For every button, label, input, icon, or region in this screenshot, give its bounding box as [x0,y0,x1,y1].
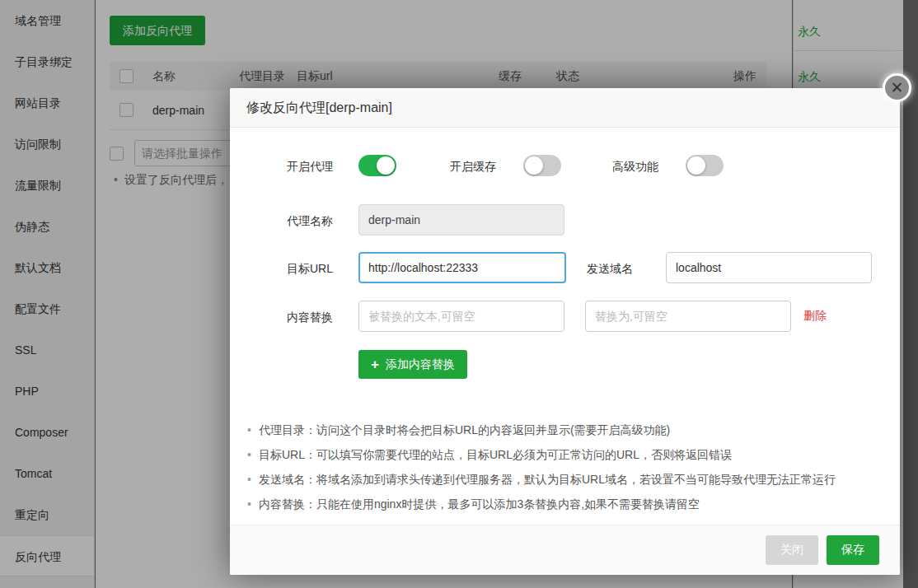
enable-proxy-label: 开启代理 [287,160,333,175]
dialog-footer: 关闭 保存 [230,525,900,575]
replace-find-field[interactable] [358,301,564,332]
dialog-header: 修改反向代理[derp-main] [230,88,900,128]
edit-reverse-proxy-dialog: 修改反向代理[derp-main] 开启代理 开启缓存 高级功能 代理名称 目标… [230,88,900,575]
toggle-knob [687,156,705,175]
help-send-domain: 发送域名：将域名添加到请求头传递到代理服务器，默认为目标URL域名，若设置不当可… [247,467,836,492]
toggle-knob [525,156,543,175]
save-button[interactable]: 保存 [827,535,879,565]
advanced-features-toggle[interactable] [686,155,724,176]
close-x-glyph: ✕ [891,80,904,96]
target-url-label: 目标URL [287,262,333,277]
proxy-name-field[interactable] [358,204,564,236]
target-url-field[interactable] [358,252,566,283]
screen: 域名管理 子目录绑定 网站目录 访问限制 流量限制 伪静态 默认文档 配置文件 … [0,0,918,588]
help-proxy-dir: 代理目录：访问这个目录时将会把目标URL的内容返回并显示(需要开启高级功能) [247,418,836,442]
send-domain-field[interactable] [666,252,872,283]
enable-cache-toggle[interactable] [523,155,561,176]
proxy-name-label: 代理名称 [287,214,333,229]
enable-cache-label: 开启缓存 [450,160,496,175]
toggle-knob [377,156,395,175]
dialog-close-icon[interactable]: ✕ [883,73,911,102]
help-content-replace: 内容替换：只能在使用nginx时提供，最多可以添加3条替换内容,如果不需要替换请… [247,492,836,516]
advanced-features-label: 高级功能 [612,160,658,175]
add-content-replace-button[interactable]: + 添加内容替换 [358,350,467,379]
add-content-replace-label: 添加内容替换 [386,357,455,372]
dialog-title: 修改反向代理[derp-main] [230,88,900,128]
plus-icon: + [371,357,379,371]
replace-with-field[interactable] [585,301,791,332]
send-domain-label: 发送域名 [587,262,633,277]
enable-proxy-toggle[interactable] [358,155,396,176]
content-replace-label: 内容替换 [287,310,333,325]
help-list: 代理目录：访问这个目录时将会把目标URL的内容返回并显示(需要开启高级功能) 目… [247,418,836,516]
close-button[interactable]: 关闭 [766,535,818,565]
help-target-url: 目标URL：可以填写你需要代理的站点，目标URL必须为可正常访问的URL，否则将… [247,442,836,467]
delete-replace-link[interactable]: 删除 [803,309,827,324]
